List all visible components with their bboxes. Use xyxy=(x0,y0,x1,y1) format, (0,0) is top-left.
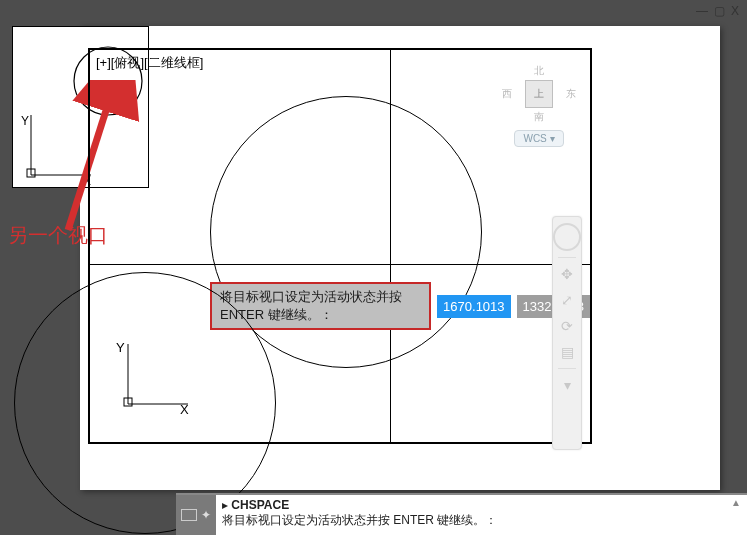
viewcube-east[interactable]: 东 xyxy=(566,87,576,101)
command-name: CHSPACE xyxy=(231,498,289,512)
orbit-icon[interactable]: ⟳ xyxy=(557,316,577,336)
coord-x-field[interactable]: 1670.1013 xyxy=(437,295,510,318)
svg-text:Y: Y xyxy=(21,114,29,128)
viewcube[interactable]: 北 西 上 东 南 WCS ▾ xyxy=(502,64,576,138)
viewcube-west[interactable]: 西 xyxy=(502,87,512,101)
command-prompt-line: 将目标视口设定为活动状态并按 ENTER 键继续。： xyxy=(222,513,497,527)
wcs-dropdown[interactable]: WCS ▾ xyxy=(514,130,563,147)
command-line[interactable]: ✦ ▸ CHSPACE 将目标视口设定为活动状态并按 ENTER 键继续。： ▲ xyxy=(176,493,747,535)
steering-wheel-icon[interactable] xyxy=(553,223,581,251)
command-prompt-overlay: 将目标视口设定为活动状态并按 ENTER 键继续。： 1670.1013 133… xyxy=(210,282,590,330)
command-history-icon[interactable]: ▲ xyxy=(731,497,741,508)
nav-more-icon[interactable]: ▾ xyxy=(557,375,577,395)
maximize-button[interactable]: ▢ xyxy=(714,4,725,18)
command-prompt-icon: ▸ xyxy=(222,498,231,512)
showmotion-icon[interactable]: ▤ xyxy=(557,342,577,362)
close-button[interactable]: X xyxy=(731,4,739,18)
zoom-icon[interactable]: ⤢ xyxy=(557,290,577,310)
viewport-label[interactable]: [+][俯视][二维线框] xyxy=(96,54,203,72)
window-controls: — ▢ X xyxy=(696,4,739,18)
viewcube-top-face[interactable]: 上 xyxy=(525,80,553,108)
command-line-handle[interactable]: ✦ xyxy=(176,495,216,535)
minimize-button[interactable]: — xyxy=(696,4,708,18)
pan-icon[interactable]: ✥ xyxy=(557,264,577,284)
viewcube-south[interactable]: 南 xyxy=(502,110,576,124)
command-line-grip-icon xyxy=(181,509,197,521)
viewcube-north[interactable]: 北 xyxy=(502,64,576,78)
navigation-bar: ✥ ⤢ ⟳ ▤ ▾ xyxy=(552,216,582,450)
command-line-settings-icon[interactable]: ✦ xyxy=(201,508,211,522)
command-line-text[interactable]: ▸ CHSPACE 将目标视口设定为活动状态并按 ENTER 键继续。： ▲ xyxy=(216,495,747,535)
